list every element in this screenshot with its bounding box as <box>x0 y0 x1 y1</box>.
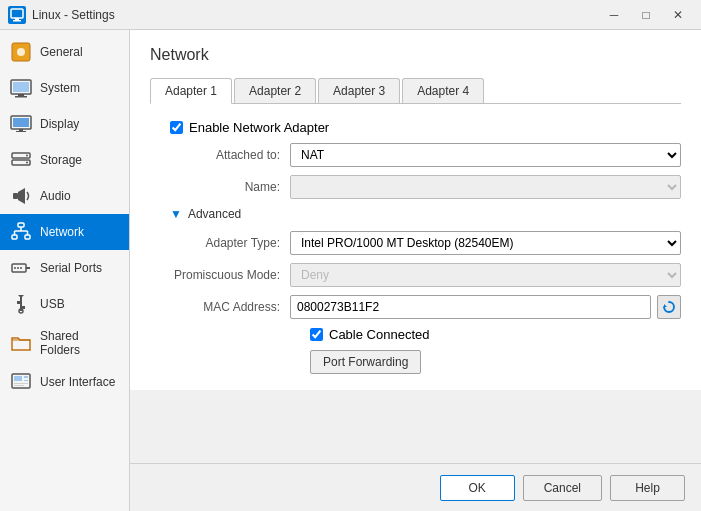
svg-rect-12 <box>16 131 26 132</box>
sidebar-item-user-interface[interactable]: User Interface <box>0 364 129 400</box>
adapter-type-label: Adapter Type: <box>150 236 290 250</box>
general-icon <box>10 41 32 63</box>
enable-adapter-row: Enable Network Adapter <box>150 120 681 135</box>
name-control <box>290 175 681 199</box>
advanced-label: Advanced <box>188 207 241 221</box>
svg-point-4 <box>17 48 25 56</box>
window-controls: ─ □ ✕ <box>599 4 693 26</box>
port-forwarding-button[interactable]: Port Forwarding <box>310 350 421 374</box>
display-icon <box>10 113 32 135</box>
usb-icon <box>10 293 32 315</box>
svg-rect-6 <box>13 82 29 92</box>
ok-button[interactable]: OK <box>440 475 515 501</box>
svg-rect-19 <box>18 223 24 227</box>
sidebar-item-storage-label: Storage <box>40 153 82 167</box>
minimize-button[interactable]: ─ <box>599 4 629 26</box>
system-icon <box>10 77 32 99</box>
tab-adapter4[interactable]: Adapter 4 <box>402 78 484 103</box>
sidebar-item-system-label: System <box>40 81 80 95</box>
help-button[interactable]: Help <box>610 475 685 501</box>
promiscuous-mode-select: Deny Allow VMs Allow All <box>290 263 681 287</box>
adapter-type-select[interactable]: Intel PRO/1000 MT Desktop (82540EM) Inte… <box>290 231 681 255</box>
svg-rect-7 <box>18 94 24 96</box>
svg-rect-17 <box>13 193 18 199</box>
attached-to-label: Attached to: <box>150 148 290 162</box>
maximize-button[interactable]: □ <box>631 4 661 26</box>
attached-to-row: Attached to: NAT Bridged Adapter Interna… <box>150 143 681 167</box>
sidebar-item-storage[interactable]: Storage <box>0 142 129 178</box>
svg-rect-41 <box>14 385 24 386</box>
serial-ports-icon <box>10 257 32 279</box>
adapter-type-control: Intel PRO/1000 MT Desktop (82540EM) Inte… <box>290 231 681 255</box>
cable-connected-label[interactable]: Cable Connected <box>329 327 429 342</box>
promiscuous-mode-row: Promiscuous Mode: Deny Allow VMs Allow A… <box>150 263 681 287</box>
sidebar-item-serial-ports[interactable]: Serial Ports <box>0 250 129 286</box>
refresh-mac-button[interactable] <box>657 295 681 319</box>
svg-rect-40 <box>14 383 28 384</box>
sidebar-item-general-label: General <box>40 45 83 59</box>
svg-rect-10 <box>13 118 29 127</box>
cancel-button[interactable]: Cancel <box>523 475 602 501</box>
promiscuous-mode-control: Deny Allow VMs Allow All <box>290 263 681 287</box>
sidebar-item-shared-folders[interactable]: Shared Folders <box>0 322 129 364</box>
sidebar: General System D <box>0 30 130 511</box>
user-interface-icon <box>10 371 32 393</box>
svg-rect-39 <box>24 380 28 381</box>
enable-adapter-label[interactable]: Enable Network Adapter <box>189 120 329 135</box>
sidebar-item-audio-label: Audio <box>40 189 71 203</box>
tab-adapter1[interactable]: Adapter 1 <box>150 78 232 104</box>
svg-rect-20 <box>12 235 17 239</box>
attached-to-select[interactable]: NAT Bridged Adapter Internal Network Hos… <box>290 143 681 167</box>
footer: OK Cancel Help <box>130 463 701 511</box>
svg-point-29 <box>17 267 19 269</box>
sidebar-item-usb-label: USB <box>40 297 65 311</box>
refresh-icon <box>662 300 676 314</box>
window-title: Linux - Settings <box>32 8 599 22</box>
sidebar-item-shared-folders-label: Shared Folders <box>40 329 119 357</box>
mac-address-input[interactable] <box>290 295 651 319</box>
svg-point-30 <box>20 267 22 269</box>
port-forwarding-container: Port Forwarding <box>290 350 681 374</box>
content-area: Network Adapter 1 Adapter 2 Adapter 3 Ad… <box>130 30 701 463</box>
advanced-arrow-icon: ▼ <box>170 207 182 221</box>
svg-rect-0 <box>11 9 23 18</box>
enable-adapter-checkbox[interactable] <box>170 121 183 134</box>
sidebar-item-system[interactable]: System <box>0 70 129 106</box>
tab-adapter3[interactable]: Adapter 3 <box>318 78 400 103</box>
svg-rect-11 <box>19 129 23 131</box>
adapter-type-row: Adapter Type: Intel PRO/1000 MT Desktop … <box>150 231 681 255</box>
svg-marker-18 <box>18 188 25 204</box>
sidebar-item-network[interactable]: Network <box>0 214 129 250</box>
page-title: Network <box>150 46 681 64</box>
svg-rect-21 <box>25 235 30 239</box>
sidebar-item-user-interface-label: User Interface <box>40 375 115 389</box>
svg-rect-37 <box>14 376 22 381</box>
close-button[interactable]: ✕ <box>663 4 693 26</box>
name-row: Name: <box>150 175 681 199</box>
svg-rect-8 <box>15 96 27 98</box>
sidebar-item-display-label: Display <box>40 117 79 131</box>
advanced-header[interactable]: ▼ Advanced <box>170 207 681 221</box>
svg-rect-2 <box>13 20 21 22</box>
sidebar-item-usb[interactable]: USB <box>0 286 129 322</box>
tab-adapter2[interactable]: Adapter 2 <box>234 78 316 103</box>
svg-marker-42 <box>664 304 667 307</box>
sidebar-item-network-label: Network <box>40 225 84 239</box>
sidebar-item-general[interactable]: General <box>0 34 129 70</box>
svg-rect-33 <box>17 301 22 304</box>
adapter-tabs: Adapter 1 Adapter 2 Adapter 3 Adapter 4 <box>150 78 681 104</box>
app-icon <box>8 6 26 24</box>
mac-address-label: MAC Address: <box>150 300 290 314</box>
svg-point-16 <box>26 162 28 164</box>
svg-rect-27 <box>26 267 30 269</box>
sidebar-item-display[interactable]: Display <box>0 106 129 142</box>
svg-point-15 <box>26 155 28 157</box>
attached-to-control: NAT Bridged Adapter Internal Network Hos… <box>290 143 681 167</box>
main-container: General System D <box>0 30 701 511</box>
svg-marker-32 <box>18 295 24 298</box>
sidebar-item-audio[interactable]: Audio <box>0 178 129 214</box>
shared-folders-icon <box>10 332 32 354</box>
name-label: Name: <box>150 180 290 194</box>
cable-connected-checkbox[interactable] <box>310 328 323 341</box>
audio-icon <box>10 185 32 207</box>
